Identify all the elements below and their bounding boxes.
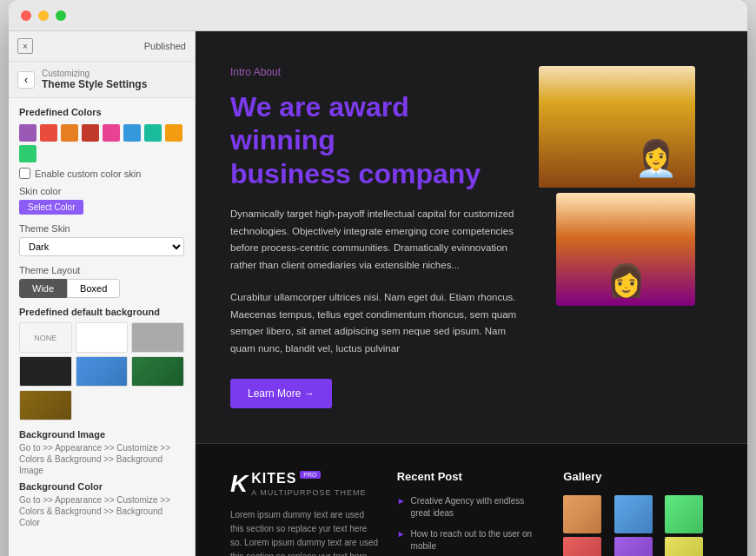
bg-photo3[interactable] [19,390,72,420]
enable-custom-checkbox[interactable]: Enable custom color skin [19,168,184,179]
footer-logo: K KITES PRO A MULTIPURPOSE THEME [230,470,380,498]
footer-section: K KITES PRO A MULTIPURPOSE THEME Lorem i… [196,444,747,556]
nav-title: Customizing Theme Style Settings [42,69,147,90]
post-arrow-icon-2: ► [397,529,406,539]
sidebar-close-button[interactable]: × [17,38,33,54]
window-body: × Published ‹ Customizing Theme Style Se… [9,31,747,556]
hero-description-1: Dynamically target high-payoff intellect… [230,206,521,274]
post-text-2[interactable]: How to reach out to the user on mobile [411,528,547,553]
post-arrow-icon-1: ► [397,496,406,506]
hero-description-2: Curabitur ullamcorper ultrices nisi. Nam… [230,289,521,357]
color-swatch-pink[interactable] [103,124,120,142]
bg-black[interactable] [19,356,72,387]
color-swatch-yellow[interactable] [165,124,182,142]
logo-tagline: A MULTIPURPOSE THEME [251,488,366,497]
bg-image-section: Background Image Go to >> Appearance >> … [19,429,184,476]
hero-section: Intro About We are award winning busines… [196,31,747,443]
back-button[interactable]: ‹ [17,71,35,89]
bg-photo1[interactable] [76,356,129,387]
theme-skin-label: Theme Skin [19,223,184,234]
skin-color-row: Skin color Select Color [19,186,184,215]
footer-post-2: ► How to reach out to the user on mobile [397,528,547,553]
maximize-button[interactable] [56,10,66,21]
hero-right [539,66,713,408]
theme-style-label: Theme Style Settings [42,78,147,90]
color-swatch-orange[interactable] [61,124,78,142]
hero-title: We are award winning business company [230,90,521,190]
hero-photo-2 [556,193,695,306]
sidebar-nav: ‹ Customizing Theme Style Settings [9,62,195,98]
layout-boxed-button[interactable]: Boxed [67,279,120,298]
close-button[interactable] [21,10,31,21]
bg-color-text: Go to >> Appearance >> Customize >> Colo… [19,494,184,528]
predefined-colors-title: Predefined Colors [19,107,184,117]
gallery-thumb-4[interactable] [563,537,601,556]
minimize-button[interactable] [38,10,49,21]
sidebar: × Published ‹ Customizing Theme Style Se… [9,31,196,556]
hero-title-line1: We are award winning [230,91,409,156]
bg-color-section: Background Color Go to >> Appearance >> … [19,481,184,528]
learn-more-button[interactable]: Learn More → [230,379,332,408]
predefined-bg-title: Predefined default background [19,307,184,317]
sidebar-header: × Published [9,31,195,62]
gallery-title: Gallery [563,470,713,483]
color-swatch-green[interactable] [19,145,36,162]
color-swatch-purple[interactable] [19,124,36,142]
footer-logo-col: K KITES PRO A MULTIPURPOSE THEME Lorem i… [230,470,380,556]
logo-container: K KITES PRO A MULTIPURPOSE THEME [230,470,380,498]
gallery-thumb-6[interactable] [665,537,703,556]
color-swatches [19,124,184,162]
hero-image-large [539,66,695,188]
theme-layout-label: Theme Layout [19,265,184,275]
enable-custom-check[interactable] [19,168,30,179]
gallery-thumb-5[interactable] [614,537,653,556]
footer-description: Lorem ipsum dummy text are used this sec… [230,508,380,556]
recent-post-title: Recent Post [397,470,547,483]
predefined-colors-section: Predefined Colors Enable custom color sk… [9,98,195,542]
footer-post-1: ► Creative Agency with endless great ide… [397,495,547,520]
main-content: Intro About We are award winning busines… [196,31,747,556]
select-color-button[interactable]: Select Color [19,200,83,215]
bg-photo2[interactable] [131,356,184,387]
predefined-bg-section: Predefined default background NONE [19,307,184,420]
footer-recent-post-col: Recent Post ► Creative Agency with endle… [397,470,547,556]
logo-kites: KITES PRO A MULTIPURPOSE THEME [251,471,366,497]
layout-buttons: Wide Boxed [19,279,184,298]
gallery-thumb-3[interactable] [665,495,703,533]
theme-skin-row: Theme Skin Dark Light [19,223,184,256]
hero-left: Intro About We are award winning busines… [230,66,521,408]
enable-custom-label: Enable custom color skin [35,169,141,179]
bg-none[interactable]: NONE [19,322,72,353]
gallery-thumb-1[interactable] [563,495,601,533]
customizing-label: Customizing [42,69,147,78]
hero-photo-1 [539,66,695,188]
theme-skin-select[interactable]: Dark Light [19,237,184,256]
bg-gray[interactable] [131,322,184,353]
layout-wide-button[interactable]: Wide [19,279,67,298]
post-text-1[interactable]: Creative Agency with endless great ideas [411,495,547,520]
theme-layout-row: Theme Layout Wide Boxed [19,265,184,298]
color-swatch-blue[interactable] [123,124,141,142]
color-swatch-teal[interactable] [144,124,162,142]
bg-image-title: Background Image [19,429,184,440]
bg-color-title: Background Color [19,481,184,492]
logo-pro: PRO [300,471,320,479]
bg-options: NONE [19,322,184,387]
bg-white[interactable] [76,322,129,353]
color-swatch-red[interactable] [40,124,57,142]
hero-image-small [556,193,695,306]
skin-color-label: Skin color [19,186,184,196]
color-swatch-darkred[interactable] [82,124,99,142]
bg-image-text: Go to >> Appearance >> Customize >> Colo… [19,442,184,476]
bg-options-row2 [19,390,184,420]
footer-gallery-col: Gallery [563,470,713,556]
logo-k: K [230,470,248,498]
hero-title-line2: business company [230,158,481,189]
gallery-thumb-2[interactable] [614,495,653,533]
intro-label: Intro About [230,66,521,78]
published-label: Published [144,41,186,51]
titlebar [9,0,747,31]
gallery-grid [563,495,713,556]
logo-name: KITES [251,471,296,486]
mac-window: × Published ‹ Customizing Theme Style Se… [9,0,747,556]
